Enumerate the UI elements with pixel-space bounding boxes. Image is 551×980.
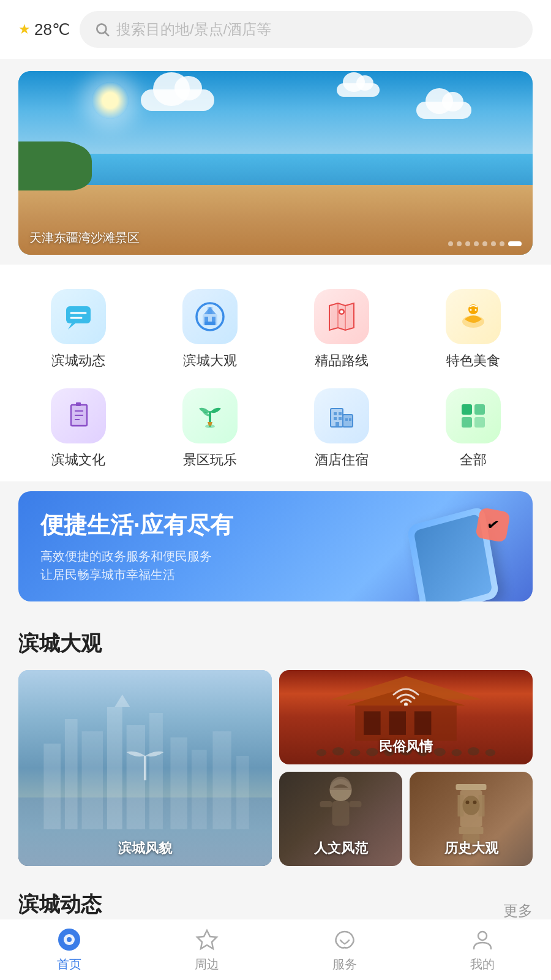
- svg-point-91: [478, 932, 487, 940]
- dot-7[interactable]: [500, 241, 504, 246]
- icon-bincheng-daguan-circle: [182, 289, 238, 344]
- icon-bincheng-dongtai-label: 滨城动态: [51, 352, 105, 370]
- icon-jingqu-wanle-label: 景区玩乐: [183, 451, 237, 469]
- banner-land: [18, 141, 92, 190]
- card-minsu-fengqing[interactable]: 民俗风情: [279, 670, 533, 764]
- dot-3[interactable]: [465, 241, 470, 246]
- svg-point-72: [485, 749, 496, 756]
- nav-nearby-icon: [194, 927, 220, 952]
- svg-point-65: [366, 748, 378, 756]
- svg-rect-49: [127, 725, 145, 829]
- icon-jingqu-wanle[interactable]: 景区玩乐: [144, 382, 276, 475]
- ad-title: 便捷生活·应有尽有: [40, 510, 233, 541]
- card-bincheng-fengmao[interactable]: 滨城风貌: [18, 670, 272, 866]
- icon-tese-meishi[interactable]: 特色美食: [407, 283, 539, 376]
- svg-rect-42: [474, 404, 485, 415]
- map-icon: [326, 301, 358, 333]
- nav-home[interactable]: 首页: [0, 919, 138, 980]
- icon-jingpin-luxian-circle: [314, 289, 369, 344]
- svg-rect-2: [66, 306, 91, 323]
- nav-mine[interactable]: 我的: [413, 919, 551, 980]
- icon-bincheng-wenhua[interactable]: 滨城文化: [12, 382, 144, 475]
- icon-bincheng-dongtai[interactable]: 滨城动态: [12, 283, 144, 376]
- icon-bincheng-daguan-label: 滨城大观: [183, 352, 237, 370]
- daguan-right-bottom: 人文风范: [279, 772, 533, 866]
- svg-point-89: [67, 937, 72, 942]
- daguan-grid: 滨城风貌: [18, 670, 533, 866]
- daguan-section: 滨城大观: [0, 611, 551, 872]
- nav-home-label: 首页: [57, 956, 81, 973]
- svg-point-18: [340, 311, 343, 314]
- search-placeholder: 搜索目的地/景点/酒店等: [116, 20, 271, 39]
- floating-icon: ✔: [475, 507, 511, 543]
- bottom-nav: 首页 周边 服务 我的: [0, 919, 551, 980]
- banner-cloud-1: [141, 89, 214, 111]
- icon-jingpin-luxian[interactable]: 精品路线: [276, 283, 407, 376]
- daguan-title: 滨城大观: [18, 630, 533, 658]
- svg-rect-34: [334, 412, 337, 415]
- city-skyline-bg: [18, 670, 272, 866]
- nav-service-label: 服务: [332, 956, 357, 973]
- mine-icon-svg: [471, 928, 494, 951]
- svg-rect-55: [236, 756, 249, 829]
- ad-subtitle-line1: 高效便捷的政务服务和便民服务: [40, 549, 212, 563]
- banner-dots: [448, 241, 522, 246]
- chat-icon: [63, 301, 94, 332]
- svg-rect-10: [204, 322, 216, 325]
- svg-point-73: [404, 703, 408, 706]
- svg-rect-39: [349, 418, 351, 421]
- svg-rect-52: [170, 737, 187, 829]
- search-icon: [94, 21, 110, 37]
- banner[interactable]: 天津东疆湾沙滩景区: [18, 71, 533, 255]
- card-lishi-daguan[interactable]: 历史大观: [410, 772, 533, 866]
- svg-rect-45: [43, 744, 61, 829]
- svg-rect-9: [212, 317, 216, 322]
- dot-5[interactable]: [482, 241, 487, 246]
- icon-jiudian-zhushu[interactable]: 酒店住宿: [276, 382, 407, 475]
- book-icon: [62, 400, 94, 432]
- banner-sun: [92, 82, 129, 119]
- svg-rect-53: [192, 750, 207, 829]
- dot-6[interactable]: [491, 241, 496, 246]
- ad-subtitle: 高效便捷的政务服务和便民服务 让居民畅享城市幸福生活: [40, 547, 233, 584]
- svg-rect-38: [345, 418, 348, 421]
- banner-cloud-3: [337, 83, 380, 97]
- food-icon: [457, 301, 489, 333]
- nav-service-icon: [332, 927, 358, 952]
- svg-point-22: [474, 309, 476, 311]
- dot-8[interactable]: [508, 241, 522, 246]
- ad-banner[interactable]: 便捷生活·应有尽有 高效便捷的政务服务和便民服务 让居民畅享城市幸福生活 ✔: [18, 491, 533, 601]
- svg-point-71: [468, 747, 479, 755]
- temperature: 28℃: [34, 20, 70, 39]
- svg-point-69: [434, 748, 446, 756]
- icon-bincheng-daguan[interactable]: 滨城大观: [144, 283, 276, 376]
- svg-rect-78: [456, 784, 487, 790]
- svg-rect-40: [335, 422, 339, 427]
- svg-rect-37: [339, 417, 342, 420]
- skyline-svg: [18, 670, 272, 866]
- svg-rect-36: [334, 417, 337, 420]
- nearby-icon-svg: [195, 928, 219, 951]
- dot-1[interactable]: [448, 241, 453, 246]
- weather-badge: ★ 28℃: [18, 20, 70, 39]
- nav-service[interactable]: 服务: [276, 919, 413, 980]
- nav-nearby[interactable]: 周边: [138, 919, 276, 980]
- svg-marker-3: [68, 323, 75, 330]
- svg-rect-48: [107, 707, 122, 829]
- dot-2[interactable]: [457, 241, 462, 246]
- svg-point-0: [97, 24, 106, 33]
- banner-cloud-2: [416, 102, 471, 119]
- dongtai-more[interactable]: 更多: [503, 901, 533, 921]
- icon-jingpin-luxian-label: 精品路线: [315, 352, 369, 370]
- wifi-icon: [392, 684, 419, 706]
- weather-icon: ★: [18, 21, 31, 37]
- dot-4[interactable]: [474, 241, 479, 246]
- card-renwen-fengfan[interactable]: 人文风范: [279, 772, 402, 866]
- service-icon-svg: [333, 928, 356, 951]
- search-bar[interactable]: 搜索目的地/景点/酒店等: [80, 11, 533, 48]
- svg-rect-46: [65, 719, 78, 829]
- banner-image: [18, 71, 533, 255]
- all-icon: [457, 400, 489, 432]
- icon-quanbu[interactable]: 全部: [407, 382, 539, 475]
- svg-rect-47: [82, 731, 103, 829]
